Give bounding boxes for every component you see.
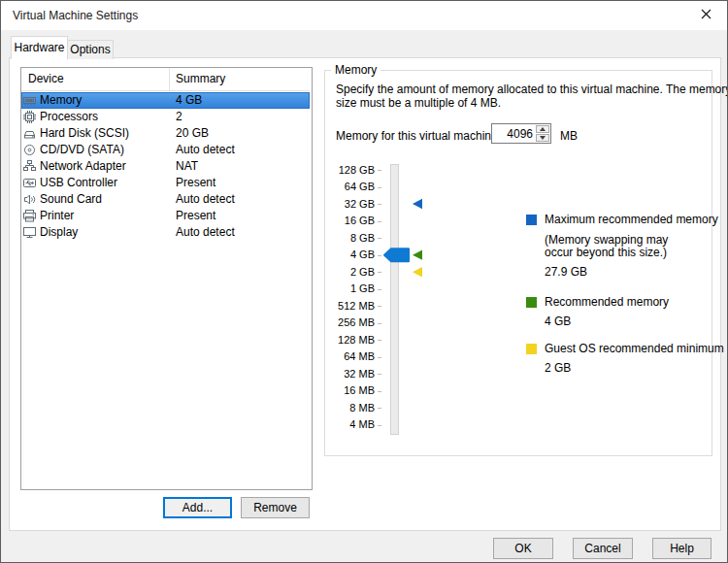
legend-label: Maximum recommended memory	[545, 213, 718, 226]
memory-input[interactable]	[492, 124, 536, 143]
printer-icon	[23, 210, 36, 222]
scale-label-8-mb: 8 MB	[327, 402, 375, 414]
scale-label-2-gb: 2 GB	[327, 266, 375, 279]
scale-label-1-gb: 1 GB	[327, 282, 375, 295]
display-icon	[23, 226, 36, 239]
scale-label-64-gb: 64 GB	[327, 181, 375, 193]
legend-color-swatch	[526, 344, 537, 354]
device-name: Display	[40, 224, 78, 241]
legend-value: 4 GB	[526, 315, 725, 328]
help-button[interactable]: Help	[652, 538, 711, 559]
device-row-display[interactable]: DisplayAuto detect	[21, 224, 310, 241]
scale-label-4-mb: 4 MB	[327, 418, 375, 431]
device-rows: Memory4 GBProcessors2Hard Disk (SCSI)20 …	[21, 92, 310, 241]
device-name: Processors	[40, 109, 98, 125]
cd-dvd-icon	[23, 144, 36, 156]
device-summary: Present	[176, 208, 215, 224]
scale-label-128-gb: 128 GB	[327, 164, 375, 177]
cancel-button[interactable]: Cancel	[573, 538, 633, 559]
column-divider	[169, 68, 170, 90]
legend-item: Guest OS recommended minimum2 GB	[526, 342, 725, 375]
device-name: USB Controller	[40, 175, 117, 191]
legend-label: Guest OS recommended minimum	[545, 342, 724, 355]
device-list-header: Device Summary	[21, 68, 310, 91]
scale-label-4-gb: 4 GB	[327, 248, 375, 261]
device-row-memory[interactable]: Memory4 GB	[21, 92, 310, 109]
close-icon	[701, 9, 711, 22]
virtual-machine-settings-dialog: Virtual Machine Settings Hardware Option…	[0, 0, 728, 563]
close-button[interactable]	[684, 1, 727, 30]
scale-label-16-gb: 16 GB	[327, 215, 375, 227]
device-name: Memory	[40, 92, 82, 109]
scale-label-512-mb: 512 MB	[327, 300, 375, 313]
device-row-network-adapter[interactable]: Network AdapterNAT	[21, 158, 310, 175]
legend-note: occur beyond this size.)	[526, 247, 725, 259]
scale-label-32-mb: 32 MB	[327, 368, 375, 381]
legend-value: 27.9 GB	[526, 265, 725, 279]
ok-button[interactable]: OK	[493, 538, 553, 559]
device-summary: Present	[176, 175, 215, 191]
spin-up-button[interactable]	[536, 125, 549, 133]
device-name: Sound Card	[40, 191, 102, 208]
scale-label-16-mb: 16 MB	[327, 384, 375, 397]
memory-description-line1: Specify the amount of memory allocated t…	[336, 83, 728, 96]
column-header-summary[interactable]: Summary	[176, 68, 225, 90]
device-summary: Auto detect	[176, 224, 235, 241]
device-name: Hard Disk (SCSI)	[40, 125, 129, 142]
memory-spinner	[491, 123, 551, 144]
guest-os-minimum-marker	[413, 267, 422, 277]
legend-label: Recommended memory	[545, 295, 669, 309]
device-summary: 4 GB	[176, 92, 202, 109]
device-name: CD/DVD (SATA)	[40, 142, 124, 158]
memory-field-label: Memory for this virtual machine:	[336, 129, 501, 143]
device-name: Network Adapter	[40, 158, 126, 175]
memory-icon	[23, 94, 36, 107]
slider-handle[interactable]	[384, 248, 409, 261]
device-summary: Auto detect	[176, 142, 235, 158]
recommended-marker	[413, 249, 422, 259]
device-row-hard-disk-scsi[interactable]: Hard Disk (SCSI)20 GB	[21, 125, 310, 142]
device-name: Printer	[40, 208, 74, 224]
memory-description-line2: size must be a multiple of 4 MB.	[336, 96, 501, 110]
device-summary: Auto detect	[176, 191, 235, 208]
scale-label-32-gb: 32 GB	[327, 198, 375, 211]
legend-item: Maximum recommended memory(Memory swappi…	[526, 213, 725, 279]
legend-color-swatch	[526, 215, 537, 225]
tab-hardware[interactable]: Hardware	[11, 36, 68, 59]
usb-controller-icon	[23, 177, 36, 189]
scale-label-128-mb: 128 MB	[327, 334, 375, 347]
spinner-buttons	[536, 124, 550, 143]
tab-options[interactable]: Options	[67, 40, 114, 59]
device-summary: 2	[176, 109, 182, 125]
scale-label-8-gb: 8 GB	[327, 232, 375, 245]
legend-color-swatch	[526, 297, 537, 308]
legend-value: 2 GB	[526, 361, 725, 375]
device-row-sound-card[interactable]: Sound CardAuto detect	[21, 191, 310, 208]
device-row-usb-controller[interactable]: USB ControllerPresent	[21, 175, 310, 191]
hard-disk-icon	[23, 127, 36, 140]
device-row-printer[interactable]: PrinterPresent	[21, 208, 310, 224]
memory-legend: Maximum recommended memory(Memory swappi…	[526, 213, 725, 382]
memory-group-label: Memory	[331, 63, 381, 77]
sound-card-icon	[23, 193, 36, 206]
remove-button[interactable]: Remove	[241, 497, 310, 518]
title-bar: Virtual Machine Settings	[1, 1, 727, 30]
memory-unit-label: MB	[560, 129, 578, 143]
maximum-recommended-marker	[413, 199, 422, 209]
network-adapter-icon	[23, 160, 36, 173]
arrow-up-icon	[540, 127, 546, 131]
spin-down-button[interactable]	[536, 134, 549, 142]
device-summary: 20 GB	[176, 125, 209, 142]
dialog-title: Virtual Machine Settings	[13, 1, 138, 30]
processor-icon	[23, 111, 36, 123]
device-summary: NAT	[176, 158, 198, 175]
legend-item: Recommended memory4 GB	[526, 295, 725, 328]
arrow-down-icon	[540, 136, 546, 140]
column-header-device[interactable]: Device	[28, 68, 64, 90]
memory-slider: 128 GB64 GB32 GB16 GB8 GB4 GB2 GB1 GB512…	[327, 156, 453, 440]
device-row-processors[interactable]: Processors2	[21, 109, 310, 125]
scale-label-256-mb: 256 MB	[327, 316, 375, 329]
add-button[interactable]: Add...	[163, 497, 232, 518]
scale-label-64-mb: 64 MB	[327, 350, 375, 363]
device-row-cd-dvd-sata[interactable]: CD/DVD (SATA)Auto detect	[21, 142, 310, 158]
